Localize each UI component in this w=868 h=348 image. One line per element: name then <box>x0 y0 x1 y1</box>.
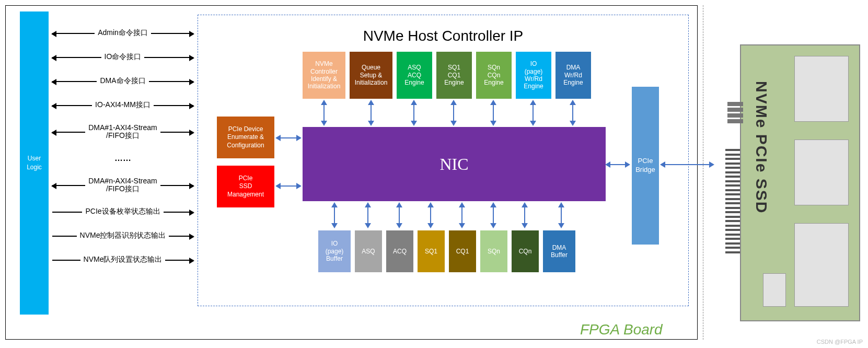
arrow-v <box>572 101 573 125</box>
arrow-v <box>430 203 431 227</box>
user-logic-label: User Logic <box>27 154 42 172</box>
arrow-h <box>276 137 300 138</box>
ssd-edge-connector <box>725 149 740 253</box>
arrow-v <box>334 203 335 227</box>
blk-sqn-cqn-engine: SQn CQn Engine <box>476 52 512 99</box>
ssd-label: NVMe PCIe SSD <box>753 81 770 214</box>
blk-cq1: CQ1 <box>449 230 476 272</box>
arrow-v <box>367 203 368 227</box>
ip-title: NVMe Host Controller IP <box>198 28 688 44</box>
blk-sq1-cq1-engine: SQ1 CQ1 Engine <box>436 52 472 99</box>
iface-nvme-queue-status: NVMe队列设置状态输出 <box>52 252 193 268</box>
ssd-chip <box>794 223 849 307</box>
pcb-divider <box>703 5 703 340</box>
arrow-nic-bridge <box>606 164 629 165</box>
arrow-v <box>453 101 454 125</box>
top-blocks-row: NVMe Controller Identify & Initializatio… <box>303 52 591 99</box>
blk-sqn: SQn <box>480 230 507 272</box>
blk-dma-buffer: DMA Buffer <box>543 230 575 272</box>
ssd-chip <box>794 56 849 122</box>
arrow-v <box>524 203 525 227</box>
fpga-board-label: FPGA Board <box>580 321 663 338</box>
iface-dman-stream: DMA#n-AXI4-Stream /FIFO接口 <box>52 175 193 195</box>
arrow-h <box>276 185 300 187</box>
blk-dma-engine: DMA Wr/Rd Engine <box>555 52 591 99</box>
interface-list: Admin命令接口 IO命令接口 DMA命令接口 IO-AXI4-MM接口 DM… <box>52 25 193 268</box>
blk-sq1: SQ1 <box>418 230 445 272</box>
arrow-v <box>413 101 414 125</box>
arrow-v <box>533 101 534 125</box>
nvme-ssd-card: NVMe PCIe SSD <box>716 44 862 321</box>
blk-pcie-ssd-mgmt: PCIe SSD Management <box>217 166 274 207</box>
pcie-bridge-block: PCIe Bridge <box>632 87 659 245</box>
iface-dma1-stream: DMA#1-AXI4-Stream /FIFO接口 <box>52 121 193 142</box>
nic-block: NIC <box>303 127 606 201</box>
arrow-v <box>323 101 325 125</box>
bottom-blocks-row: IO (page) Buffer ASQ ACQ SQ1 CQ1 SQn CQn… <box>318 230 575 272</box>
ssd-chip-small <box>763 273 786 307</box>
blk-acq: ACQ <box>386 230 413 272</box>
blk-queue-setup: Queue Setup & Initialization <box>350 52 392 99</box>
iface-admin: Admin命令接口 <box>52 25 193 41</box>
arrow-v <box>461 203 462 227</box>
blk-io-page-engine: IO (page) Wr/Rd Engine <box>516 52 551 99</box>
iface-io-cmd: IO命令接口 <box>52 49 193 65</box>
iface-ellipsis: …… <box>52 150 193 166</box>
left-blocks-col: PCIe Device Enumerate & Configuration PC… <box>217 117 274 207</box>
blk-cqn: CQn <box>512 230 539 272</box>
user-logic-block: User Logic <box>20 11 49 315</box>
watermark: CSDN @FPGA IP <box>817 339 863 345</box>
blk-asq: ASQ <box>355 230 382 272</box>
blk-io-page-buffer: IO (page) Buffer <box>318 230 351 272</box>
arrow-v <box>493 101 494 125</box>
nvme-host-controller-ip-container: NVMe Host Controller IP NVMe Controller … <box>198 15 689 306</box>
arrow-v <box>371 101 372 125</box>
iface-dma-cmd: DMA命令接口 <box>52 73 193 89</box>
ssd-edge-connector-top <box>727 102 743 138</box>
arrow-v <box>561 203 562 227</box>
iface-nvme-ctrl-status: NVMe控制器识别状态输出 <box>52 228 193 243</box>
blk-nvme-ctrl-init: NVMe Controller Identify & Initializatio… <box>303 52 345 99</box>
iface-pcie-enum-status: PCIe设备枚举状态输出 <box>52 204 193 219</box>
arrow-v <box>399 203 400 227</box>
blk-pcie-device-enum: PCIe Device Enumerate & Configuration <box>217 117 274 158</box>
blk-asq-acq-engine: ASQ ACQ Engine <box>397 52 432 99</box>
arrow-bridge-ssd <box>661 164 713 165</box>
ssd-chip <box>794 140 849 205</box>
iface-io-axi4-mm: IO-AXI4-MM接口 <box>52 97 193 113</box>
arrow-v <box>493 203 494 227</box>
